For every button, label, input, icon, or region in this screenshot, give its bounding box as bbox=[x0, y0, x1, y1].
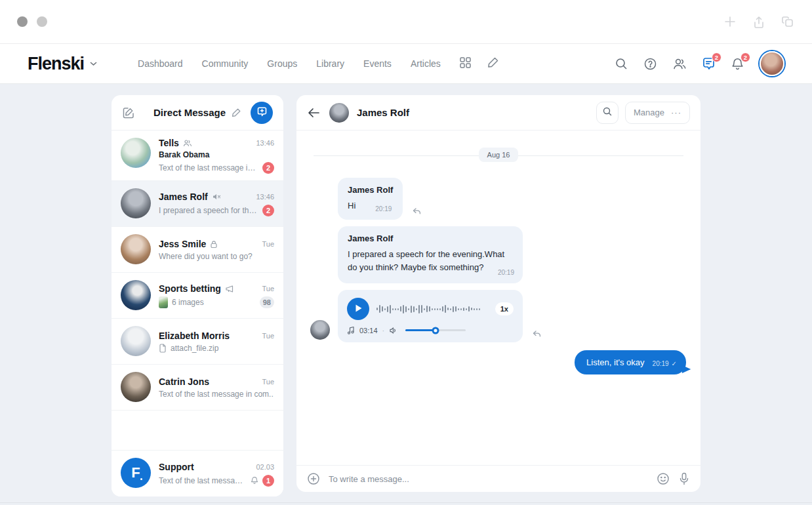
voice-waveform[interactable] bbox=[376, 302, 488, 315]
message-bubble[interactable]: James Rolf I prepared a speech for the e… bbox=[338, 226, 523, 283]
image-thumbnail bbox=[159, 296, 168, 308]
avatar bbox=[121, 280, 151, 310]
more-icon[interactable]: ··· bbox=[671, 108, 681, 117]
chat-list-item-sports-betting[interactable]: Sports betting Tue 6 images 98 bbox=[112, 273, 283, 319]
contact-avatar[interactable] bbox=[329, 103, 349, 123]
separator-dot: · bbox=[382, 327, 385, 334]
app-logo[interactable]: Flenski bbox=[28, 54, 84, 74]
reply-icon[interactable] bbox=[532, 330, 542, 338]
chat-preview: I prepared a speech for the evenin... bbox=[159, 206, 258, 215]
notifications-badge: 2 bbox=[741, 52, 750, 62]
plus-icon[interactable] bbox=[723, 14, 737, 29]
message-time: 20:19 bbox=[498, 269, 514, 276]
chevron-down-icon[interactable] bbox=[90, 62, 97, 66]
message-sender: James Rolf bbox=[348, 233, 513, 243]
slider-knob[interactable] bbox=[432, 327, 439, 334]
avatar-letter: F bbox=[131, 464, 140, 481]
chat-time: Tue bbox=[262, 378, 274, 386]
edit-title-pencil-icon[interactable] bbox=[232, 108, 241, 117]
date-divider: Aug 16 bbox=[308, 148, 689, 163]
nav-item-community[interactable]: Community bbox=[202, 58, 249, 69]
chat-panel: James Rolf Manage ··· Aug 16 James Rolf bbox=[296, 95, 700, 492]
mic-icon[interactable] bbox=[678, 472, 690, 485]
slider-fill bbox=[405, 329, 436, 331]
chat-preview: Text of the last message in com.. bbox=[159, 163, 258, 172]
unread-badge: 2 bbox=[262, 162, 274, 174]
help-icon[interactable] bbox=[643, 57, 657, 71]
nav-item-articles[interactable]: Articles bbox=[411, 58, 441, 69]
muted-icon bbox=[212, 193, 221, 201]
message-input[interactable] bbox=[329, 474, 648, 484]
app-window: Flenski Dashboard Community Groups Libra… bbox=[0, 0, 812, 505]
avatar bbox=[121, 372, 151, 402]
chat-list-item-jess-smile[interactable]: Jess Smile Tue Where did you want to go? bbox=[112, 227, 283, 273]
playback-speed-button[interactable]: 1x bbox=[495, 302, 514, 315]
search-icon[interactable] bbox=[615, 57, 628, 71]
messages-badge: 2 bbox=[712, 52, 721, 62]
new-chat-button[interactable] bbox=[251, 102, 273, 124]
profile-avatar[interactable] bbox=[760, 51, 784, 76]
chat-name: Support bbox=[159, 462, 194, 472]
apps-grid-icon[interactable] bbox=[459, 56, 472, 71]
messages-area: Aug 16 James Rolf Hi 20:19 bbox=[296, 131, 700, 465]
compose-icon[interactable] bbox=[122, 106, 135, 119]
message-composer bbox=[296, 465, 700, 492]
date-pill: Aug 16 bbox=[479, 148, 519, 162]
new-chat-icon bbox=[256, 106, 268, 119]
nav-item-events[interactable]: Events bbox=[363, 58, 392, 69]
message-text: Listen, it's okay bbox=[586, 357, 644, 367]
volume-icon[interactable] bbox=[389, 327, 397, 334]
voice-bubble[interactable]: 1x 03:14 · bbox=[338, 290, 523, 342]
reply-icon[interactable] bbox=[412, 207, 422, 216]
bell-icon[interactable]: 2 bbox=[731, 57, 744, 71]
unread-badge: 2 bbox=[262, 205, 274, 216]
message-time: 20:19 bbox=[375, 205, 392, 212]
manage-button[interactable]: Manage ··· bbox=[625, 102, 690, 124]
people-icon[interactable] bbox=[672, 57, 687, 71]
message-time: 20:19 bbox=[653, 360, 669, 367]
nav-item-library[interactable]: Library bbox=[316, 58, 344, 69]
play-button[interactable] bbox=[347, 298, 369, 320]
copy-icon[interactable] bbox=[781, 14, 795, 29]
voice-progress-slider[interactable] bbox=[405, 329, 466, 331]
chat-search-button[interactable] bbox=[596, 102, 619, 124]
chat-preview: Where did you want to go? bbox=[159, 252, 274, 261]
messages-icon[interactable]: 2 bbox=[702, 57, 716, 71]
chat-preview: Text of the last message in c... bbox=[159, 476, 247, 485]
chat-name: Tells bbox=[159, 138, 179, 148]
sent-message: Listen, it's okay 20:19 ✓ bbox=[308, 350, 686, 374]
play-icon bbox=[354, 304, 363, 315]
chat-time: 13:46 bbox=[256, 139, 274, 147]
pencil-icon[interactable] bbox=[487, 56, 499, 71]
emoji-icon[interactable] bbox=[657, 472, 670, 485]
chat-name: Sports betting bbox=[159, 283, 221, 294]
chat-list-item-tells[interactable]: Tells 13:46 Barak Obama Text of the last… bbox=[112, 131, 283, 181]
received-message: James Rolf Hi 20:19 bbox=[338, 178, 689, 220]
nav-menu: Dashboard Community Groups Library Event… bbox=[138, 58, 441, 69]
chat-sender: Barak Obama bbox=[159, 150, 274, 159]
message-bubble[interactable]: James Rolf Hi 20:19 bbox=[338, 178, 403, 220]
chat-list-item-elizabeth-morris[interactable]: Elizabeth Morris Tue attach_file.zip bbox=[112, 319, 283, 365]
nav-item-groups[interactable]: Groups bbox=[267, 58, 297, 69]
search-icon bbox=[602, 106, 613, 119]
message-text: Hi bbox=[348, 199, 355, 212]
chat-list-item-support[interactable]: F Support 02.03 Text of the last message… bbox=[112, 451, 283, 496]
back-button[interactable] bbox=[307, 108, 320, 118]
nav-item-dashboard[interactable]: Dashboard bbox=[138, 58, 183, 69]
sidebar-title: Direct Message bbox=[153, 107, 226, 118]
sent-bubble[interactable]: Listen, it's okay 20:19 ✓ bbox=[575, 350, 686, 374]
chat-time: 02.03 bbox=[256, 463, 274, 471]
window-dot-1[interactable] bbox=[17, 16, 28, 27]
voice-duration: 03:14 bbox=[359, 327, 378, 334]
unread-badge: 98 bbox=[260, 296, 274, 308]
lock-icon bbox=[210, 240, 218, 249]
avatar: F bbox=[121, 458, 151, 488]
chat-list-item-james-rolf[interactable]: James Rolf 13:46 I prepared a speech for… bbox=[112, 181, 283, 227]
chat-time: Tue bbox=[262, 332, 274, 340]
music-note-icon bbox=[347, 326, 355, 334]
unread-badge: 1 bbox=[262, 475, 274, 487]
attach-plus-circle-icon[interactable] bbox=[307, 472, 320, 485]
chat-list-item-catrin-jons[interactable]: Catrin Jons Tue Text of the last message… bbox=[112, 365, 283, 411]
window-dot-2[interactable] bbox=[37, 16, 47, 27]
share-icon[interactable] bbox=[752, 14, 766, 29]
